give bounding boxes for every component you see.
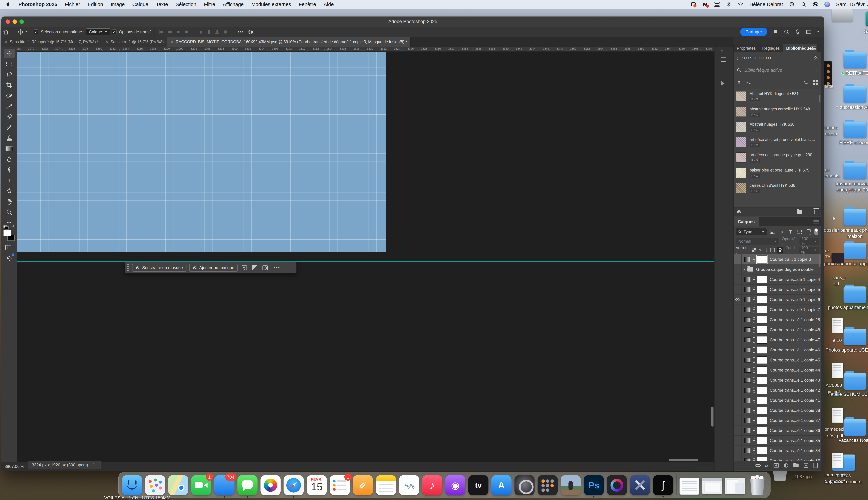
distribute-vertical-icon[interactable] [222, 29, 229, 35]
layer-name[interactable]: Courbe trans...dé 1 copie 7 [770, 307, 821, 312]
desktop-label-fragment[interactable]: e 10 [833, 338, 842, 343]
layer-row[interactable]: › Courbe trans...é 1 copie 47 [734, 335, 821, 345]
layer-mask-thumbnail[interactable] [757, 457, 767, 461]
gradient-map-thumbnail[interactable] [744, 357, 751, 363]
chevron-down-icon[interactable] [816, 69, 818, 71]
desktop-label-fragment[interactable]: ionmedeci [825, 472, 845, 478]
gradient-map-thumbnail[interactable] [744, 257, 751, 262]
layer-mask-thumbnail[interactable] [757, 326, 767, 333]
layer-name[interactable]: Courbe trans...é 1 copie 46 [770, 348, 821, 352]
layer-name[interactable]: Courbe trans...é 1 copie 45 [770, 357, 821, 363]
minimized-document-thumbnail[interactable] [679, 478, 699, 495]
layer-row[interactable]: › Courbe trans...dé 1 copie 4 [734, 274, 821, 285]
align-left-icon[interactable] [158, 29, 165, 35]
workspace-icon[interactable] [806, 29, 812, 35]
trash-icon[interactable] [814, 209, 818, 214]
menu-edition[interactable]: Edition [88, 2, 103, 7]
search-icon[interactable] [784, 29, 789, 35]
layer-row[interactable]: › Courbe trans...dé 1 copie 6 [734, 295, 821, 305]
library-item[interactable]: art déco oeil orange payne gris 290 PNG [734, 150, 821, 165]
filter-shape-layers-icon[interactable] [796, 228, 803, 235]
move-tool-options-icon[interactable] [16, 28, 25, 36]
visibility-cell[interactable] [734, 435, 742, 445]
layer-row[interactable]: › Courbe trans...é 1 copie 43 [734, 375, 821, 385]
gradient-tool[interactable] [4, 144, 15, 153]
layer-name[interactable]: Courbe trans...é 1 copie 41 [770, 398, 821, 403]
desktop-label-fragment[interactable]: lette [825, 84, 833, 89]
layer-mask-thumbnail[interactable] [757, 336, 767, 343]
layer-row[interactable]: › Courbe trans...é 1 copie 33 [734, 456, 821, 461]
mask-link-icon[interactable] [752, 297, 756, 303]
opacity-value[interactable]: 100 % [799, 238, 819, 245]
collapsed-panel-icon[interactable] [721, 57, 726, 61]
desktop-folder[interactable]: RETRAITE [823, 52, 868, 76]
swap-swatches-icon[interactable]: ⇄ [11, 224, 14, 229]
gradient-map-thumbnail[interactable] [744, 408, 751, 413]
marquee-tool[interactable] [4, 59, 15, 68]
expand-panels-icon[interactable]: « [720, 48, 723, 54]
align-right-icon[interactable] [175, 29, 182, 35]
home-icon[interactable] [1, 28, 10, 36]
layer-name[interactable]: Courbe trans...é 1 copie 36 [770, 428, 821, 433]
lock-artboard-icon[interactable] [770, 248, 775, 252]
back-chevron-icon[interactable]: ‹ [736, 55, 738, 61]
mask-properties-icon[interactable] [240, 264, 248, 272]
document-tab[interactable]: ×Sans titre-1 @ 16,7% (RVB/8) [102, 37, 167, 47]
mask-link-icon[interactable] [752, 397, 756, 403]
dock-app-icon[interactable] [515, 475, 535, 495]
gradient-map-thumbnail[interactable] [744, 388, 751, 393]
layer-mask-thumbnail[interactable] [757, 427, 767, 434]
desktop-label-fragment[interactable]: AC0000 [826, 383, 842, 388]
mask-link-icon[interactable] [752, 357, 756, 363]
new-group-icon[interactable] [793, 464, 799, 467]
invert-mask-icon[interactable] [251, 264, 259, 272]
blur-tool[interactable] [4, 155, 15, 164]
spotlight-icon[interactable] [801, 1, 807, 7]
layers-panel-tab[interactable]: Calques [734, 217, 759, 226]
align-top-icon[interactable] [197, 29, 204, 35]
visibility-cell[interactable] [734, 395, 742, 405]
lock-pixels-icon[interactable]: ✎ [758, 248, 762, 253]
layer-row[interactable]: › Courbe trans...é 1 copie 48 [734, 325, 821, 335]
gradient-map-thumbnail[interactable] [744, 287, 751, 292]
mask-link-icon[interactable] [752, 347, 756, 353]
menubar-username[interactable]: Hélène Delprat [750, 2, 783, 7]
dock-app-icon[interactable] [122, 475, 142, 495]
gradient-map-thumbnail[interactable] [744, 438, 751, 443]
desktop-folder[interactable]: photos appartement blanc [823, 286, 868, 310]
zoom-tool[interactable] [4, 208, 15, 217]
filter-type-layers-icon[interactable]: T [787, 228, 794, 235]
menu-fenetre[interactable]: Fenêtre [299, 2, 316, 7]
layer-mask-thumbnail[interactable] [757, 447, 767, 454]
dock-app-icon[interactable] [445, 475, 466, 495]
control-center-icon[interactable] [812, 1, 818, 7]
visibility-cell[interactable] [734, 345, 742, 355]
pen-tool[interactable] [4, 165, 15, 174]
menu-image[interactable]: Image [111, 2, 125, 7]
visibility-cell[interactable] [734, 355, 742, 365]
canvas-area[interactable]: Soustraire du masque Ajouter au masque •… [17, 52, 715, 462]
visibility-cell[interactable] [734, 274, 742, 284]
bell-icon[interactable] [773, 29, 778, 35]
dock-app-icon[interactable] [399, 475, 419, 495]
layer-name[interactable]: Courbe trans...é 1 copie 25 [770, 317, 821, 322]
dock-app-icon[interactable]: 1 [330, 475, 350, 495]
layer-name[interactable]: Courbe trans...é 1 copie 37 [770, 418, 821, 423]
layers-panel-menu-icon[interactable] [813, 220, 819, 224]
apple-icon[interactable] [5, 1, 11, 7]
visibility-cell[interactable] [734, 446, 742, 456]
dock-app-icon[interactable] [422, 475, 442, 495]
dock-app-icon[interactable] [261, 475, 281, 495]
gradient-map-thumbnail[interactable] [744, 307, 751, 312]
dock-app-icon[interactable]: Ps [584, 475, 604, 495]
color-swatches[interactable]: ⇄ [3, 230, 15, 241]
layer-row[interactable]: › Courbe trans...é 1 copie 25 [734, 315, 821, 325]
clone-stamp-tool[interactable] [4, 134, 15, 143]
menu-selection[interactable]: Sélection [176, 2, 196, 7]
document-tab[interactable]: ×RACCORD_BIS_MOTIF_CORDOBA_160X92,43MM.p… [167, 37, 411, 47]
layer-name[interactable]: Groupe calque degradé double [756, 267, 821, 272]
menu-fichier[interactable]: Fichier [65, 2, 80, 7]
layer-row[interactable]: › Courbe trans...é 1 copie 46 [734, 345, 821, 355]
library-item[interactable]: baiser bleu et ocre jaune JFP 575 PNG [734, 165, 821, 180]
gradient-map-thumbnail[interactable] [744, 378, 751, 383]
